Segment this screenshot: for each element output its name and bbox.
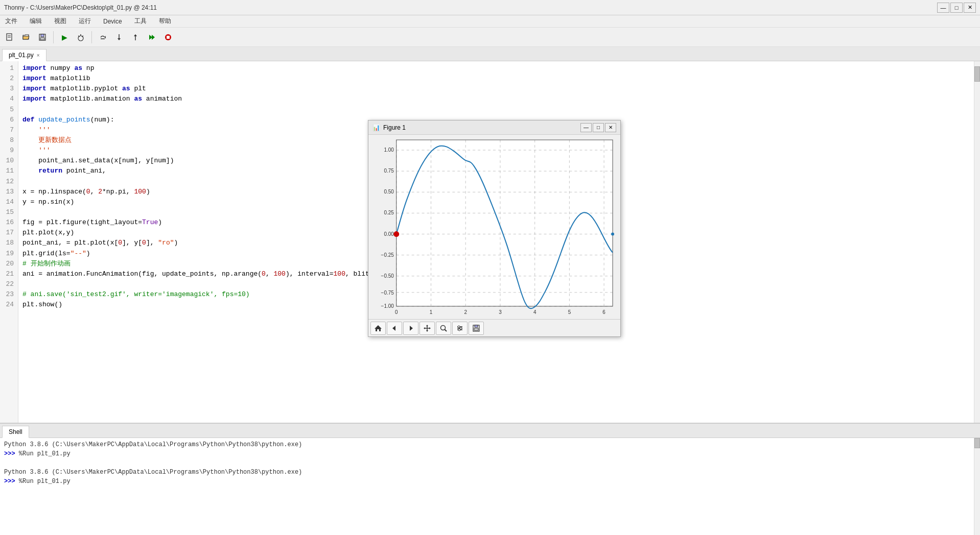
svg-text:−0.50: −0.50 — [381, 273, 394, 279]
new-button[interactable] — [2, 30, 17, 44]
step-over-button[interactable] — [95, 30, 110, 44]
editor-scrollbar[interactable] — [974, 61, 980, 423]
debug-icon — [77, 33, 85, 41]
home-icon — [374, 324, 382, 332]
svg-text:−1.00: −1.00 — [381, 303, 394, 309]
svg-line-67 — [445, 329, 447, 331]
svg-marker-58 — [392, 326, 395, 331]
figure-maximize-button[interactable]: □ — [593, 123, 604, 132]
svg-text:1.00: 1.00 — [384, 147, 394, 153]
figure-minimize-button[interactable]: — — [580, 123, 592, 132]
shell-content[interactable]: Python 3.8.6 (C:\Users\MakerPC\AppData\L… — [0, 438, 974, 535]
save-button[interactable] — [35, 30, 50, 44]
figure-toolbar — [368, 319, 620, 336]
toolbar-sep-1 — [53, 31, 54, 43]
stop-button[interactable] — [160, 30, 176, 44]
menu-device[interactable]: Device — [100, 17, 125, 26]
svg-text:2: 2 — [464, 309, 467, 315]
shell-line: Python 3.8.6 (C:\Users\MakerPC\AppData\L… — [4, 468, 970, 477]
title-bar-left: Thonny - C:\Users\MakerPC\Desktop\plt_01… — [4, 4, 157, 11]
figure-titlebar-controls[interactable]: — □ ✕ — [580, 123, 616, 132]
figure-save-icon — [472, 324, 480, 332]
main-area: 1 2 3 4 5 6 7 8 9 10 11 12 13 14 15 16 1… — [0, 61, 980, 535]
svg-point-73 — [458, 329, 460, 331]
plot-area: 1.00 0.75 0.50 0.25 0.00 −0.25 −0.50 −0.… — [368, 135, 620, 319]
figure-pan-button[interactable] — [419, 322, 435, 335]
menu-edit[interactable]: 编辑 — [27, 16, 45, 27]
svg-text:0.50: 0.50 — [384, 189, 394, 194]
line-numbers: 1 2 3 4 5 6 7 8 9 10 11 12 13 14 15 16 1… — [0, 61, 18, 423]
menu-view[interactable]: 视图 — [51, 16, 69, 27]
shell-scrollbar-thumb[interactable] — [974, 438, 980, 448]
shell-area: Shell Python 3.8.6 (C:\Users\MakerPC\App… — [0, 423, 980, 535]
toolbar: ▶ — [0, 28, 980, 47]
menu-run[interactable]: 运行 — [76, 16, 94, 27]
svg-marker-62 — [426, 325, 428, 326]
svg-text:1: 1 — [430, 309, 433, 315]
figure-title: Figure 1 — [383, 124, 406, 131]
shell-tab-bar: Shell — [0, 424, 980, 438]
figure-titlebar-left: 📊 Figure 1 — [372, 124, 406, 131]
pan-icon — [423, 324, 431, 332]
step-over-icon — [99, 33, 107, 41]
run-button[interactable]: ▶ — [57, 30, 72, 44]
figure-icon: 📊 — [372, 124, 380, 131]
shell-row: Python 3.8.6 (C:\Users\MakerPC\AppData\L… — [0, 438, 980, 535]
config-icon — [456, 324, 464, 332]
step-into-icon — [115, 33, 123, 41]
minimize-button[interactable]: — — [937, 3, 949, 13]
resume-icon — [148, 33, 156, 41]
shell-line — [4, 458, 970, 468]
svg-point-66 — [441, 325, 446, 330]
svg-marker-57 — [375, 325, 382, 331]
shell-line: Python 3.8.6 (C:\Users\MakerPC\AppData\L… — [4, 440, 970, 449]
figure-zoom-button[interactable] — [436, 322, 451, 335]
step-into-button[interactable] — [111, 30, 127, 44]
figure-save-button[interactable] — [469, 322, 484, 335]
new-icon — [6, 33, 14, 41]
stop-icon — [164, 33, 172, 41]
svg-text:0.75: 0.75 — [384, 168, 394, 174]
svg-rect-5 — [40, 38, 44, 40]
scrollbar-thumb[interactable] — [974, 66, 980, 82]
shell-scrollbar[interactable] — [974, 438, 980, 535]
resume-button[interactable] — [144, 30, 159, 44]
zoom-icon — [439, 324, 448, 332]
svg-marker-17 — [152, 35, 155, 40]
svg-marker-63 — [426, 330, 428, 332]
tab-close-button[interactable]: × — [37, 53, 40, 58]
menu-tools[interactable]: 工具 — [131, 16, 150, 27]
figure-close-button[interactable]: ✕ — [605, 123, 616, 132]
open-button[interactable] — [18, 30, 34, 44]
figure-config-button[interactable] — [452, 322, 468, 335]
file-tab[interactable]: plt_01.py × — [2, 49, 46, 61]
maximize-button[interactable]: □ — [950, 3, 963, 13]
svg-text:3: 3 — [499, 309, 502, 315]
svg-text:0.25: 0.25 — [384, 210, 394, 215]
svg-text:−0.25: −0.25 — [381, 252, 394, 258]
svg-text:0: 0 — [395, 309, 398, 315]
svg-text:0.00: 0.00 — [384, 231, 394, 237]
svg-marker-65 — [429, 327, 431, 329]
shell-tab[interactable]: Shell — [2, 426, 29, 438]
open-icon — [22, 33, 30, 41]
close-button[interactable]: ✕ — [964, 3, 976, 13]
debug-button[interactable] — [73, 30, 88, 44]
svg-rect-76 — [474, 328, 478, 330]
figure-forward-button[interactable] — [403, 322, 418, 335]
figure-home-button[interactable] — [370, 322, 386, 335]
tab-label: plt_01.py — [9, 52, 34, 59]
tab-bar: plt_01.py × — [0, 47, 980, 61]
shell-tab-label: Shell — [9, 428, 22, 435]
shell-line: >>> %Run plt_01.py — [4, 477, 970, 486]
svg-text:−0.75: −0.75 — [381, 290, 394, 296]
figure-back-button[interactable] — [387, 322, 402, 335]
step-out-button[interactable] — [128, 30, 143, 44]
title-bar: Thonny - C:\Users\MakerPC\Desktop\plt_01… — [0, 0, 980, 15]
menu-file[interactable]: 文件 — [2, 16, 20, 27]
svg-rect-4 — [41, 34, 44, 37]
svg-point-56 — [611, 233, 614, 236]
menu-help[interactable]: 帮助 — [156, 16, 174, 27]
app-title: Thonny - C:\Users\MakerPC\Desktop\plt_01… — [4, 4, 157, 11]
title-bar-controls[interactable]: — □ ✕ — [937, 3, 976, 13]
